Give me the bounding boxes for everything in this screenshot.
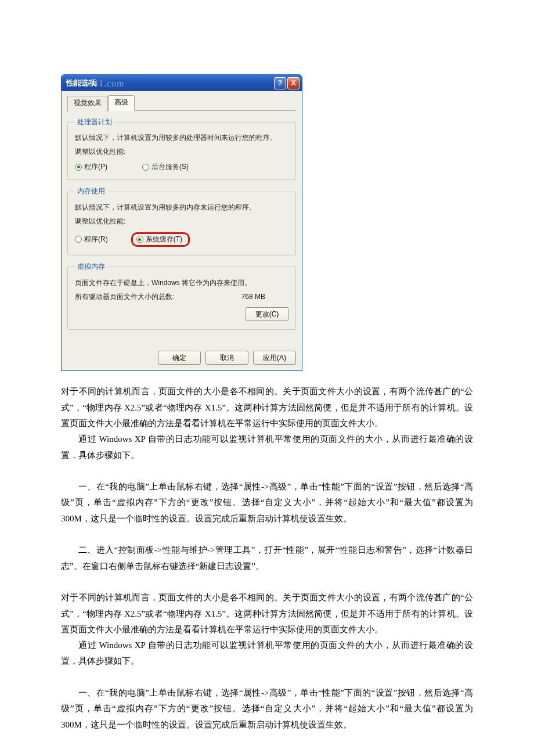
dialog-body: 视觉效果 高级 处理器计划 默认情况下，计算机设置为用较多的处理器时间来运行您的…: [62, 91, 302, 370]
radio-system-cache[interactable]: 系统缓存(T): [136, 235, 182, 244]
tabs: 视觉效果 高级: [67, 95, 296, 111]
change-button[interactable]: 更改(C): [246, 307, 288, 321]
processor-group-desc: 默认情况下，计算机设置为用较多的处理器时间来运行您的程序。: [75, 132, 288, 143]
vm-group-legend: 虚拟内存: [75, 262, 107, 272]
processor-scheduling-group: 处理器计划 默认情况下，计算机设置为用较多的处理器时间来运行您的程序。 调整以优…: [67, 118, 296, 181]
memory-adjust-label: 调整以优化性能:: [75, 217, 288, 226]
radio-label: 系统缓存(T): [146, 235, 182, 244]
radio-icon: [136, 236, 143, 243]
tab-advanced[interactable]: 高级: [108, 95, 135, 111]
dialog-footer: 确定 取消 应用(A): [67, 348, 296, 365]
titlebar-buttons: ? X: [274, 77, 300, 89]
window-title: 性能选项 3871041.com: [66, 78, 274, 88]
vm-total-label: 所有驱动器页面文件大小的总数:: [75, 293, 174, 302]
vm-total-row: 所有驱动器页面文件大小的总数: 768 MB: [75, 293, 288, 302]
radio-icon: [142, 164, 149, 171]
virtual-memory-group: 虚拟内存 页面文件存在于硬盘上，Windows 将它作为内存来使用。 所有驱动器…: [67, 262, 296, 330]
article-body: 对于不同的计算机而言，页面文件的大小是各不相同的。关于页面文件大小的设置，有两个…: [61, 384, 473, 733]
radio-icon: [75, 236, 82, 243]
article-paragraph: 对于不同的计算机而言，页面文件的大小是各不相同的。关于页面文件大小的设置，有两个…: [61, 590, 473, 638]
blank-line: [61, 463, 473, 479]
radio-programs-r[interactable]: 程序(R): [75, 235, 108, 244]
processor-radio-row: 程序(P) 后台服务(S): [75, 161, 288, 172]
radio-icon: [75, 164, 82, 171]
memory-radio-row: 程序(R) 系统缓存(T): [75, 231, 288, 247]
memory-group-legend: 内存使用: [75, 187, 107, 196]
vm-total-value: 768 MB: [241, 293, 265, 302]
apply-button[interactable]: 应用(A): [253, 351, 296, 365]
article-paragraph: 通过 Windows XP 自带的日志功能可以监视计算机平常使用的页面文件的大小…: [61, 638, 473, 669]
article-step-1-repeat: 一、在“我的电脑”上单击鼠标右键，选择“属性->高级”，单击“性能”下面的“设置…: [61, 685, 473, 733]
cancel-button[interactable]: 取消: [205, 351, 248, 365]
help-icon: ?: [278, 78, 283, 88]
vm-button-row: 更改(C): [75, 307, 288, 321]
article-paragraph: 通过 Windows XP 自带的日志功能可以监视计算机平常使用的页面文件的大小…: [61, 431, 473, 463]
radio-label: 后台服务(S): [151, 163, 189, 172]
titlebar[interactable]: 性能选项 3871041.com ? X: [62, 75, 302, 91]
processor-group-legend: 处理器计划: [75, 118, 114, 127]
article-step-2: 二、进入“控制面板->性能与维护->管理工具”，打开“性能”，展开“性能日志和警…: [61, 542, 473, 574]
radio-label: 程序(P): [84, 163, 107, 172]
highlight-system-cache: 系统缓存(T): [131, 232, 190, 247]
blank-line: [61, 574, 473, 590]
memory-usage-group: 内存使用 默认情况下，计算机设置为用较多的内存来运行您的程序。 调整以优化性能:…: [67, 187, 296, 255]
processor-adjust-label: 调整以优化性能:: [75, 147, 288, 157]
vm-group-desc: 页面文件存在于硬盘上，Windows 将它作为内存来使用。: [75, 278, 288, 288]
tab-visual-effects[interactable]: 视觉效果: [67, 96, 108, 111]
radio-label: 程序(R): [84, 235, 108, 244]
performance-options-dialog: 性能选项 3871041.com ? X 视觉效果 高级 处理器计划 默认情况下…: [61, 74, 302, 371]
radio-programs-p[interactable]: 程序(P): [75, 163, 107, 172]
memory-group-desc: 默认情况下，计算机设置为用较多的内存来运行您的程序。: [75, 202, 288, 213]
title-text: 性能选项: [66, 78, 96, 87]
blank-line: [61, 527, 473, 542]
article-step-1: 一、在“我的电脑”上单击鼠标右键，选择“属性->高级”，单击“性能”下面的“设置…: [61, 479, 473, 527]
article-paragraph: 对于不同的计算机而言，页面文件的大小是各不相同的。关于页面文件大小的设置，有两个…: [61, 384, 473, 431]
radio-background-services[interactable]: 后台服务(S): [142, 163, 189, 172]
close-button[interactable]: X: [287, 77, 300, 89]
blank-line: [61, 669, 473, 685]
ok-button[interactable]: 确定: [158, 351, 201, 365]
close-icon: X: [291, 78, 296, 88]
help-button[interactable]: ?: [274, 77, 286, 89]
